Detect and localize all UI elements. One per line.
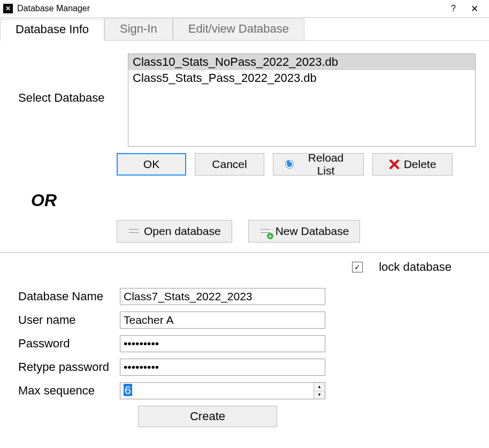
retype-password-field[interactable] [120,359,325,376]
delete-label: Delete [404,158,437,171]
tab-sign-in[interactable]: Sign-In [104,18,173,40]
new-database-button[interactable]: + New Database [248,220,361,242]
open-database-label: Open database [144,225,221,238]
select-database-label: Select Database [0,54,128,105]
list-item[interactable]: Class10_Stats_NoPass_2022_2023.db [128,54,475,70]
retype-password-label: Retype password [0,360,120,374]
reload-icon [284,159,295,170]
database-list[interactable]: Class10_Stats_NoPass_2022_2023.db Class5… [128,54,476,147]
reload-label: Reload List [299,151,353,177]
database-icon [128,225,140,238]
lock-database-checkbox[interactable]: ✓ [352,262,363,272]
stepper-up-icon[interactable]: ▲ [314,383,325,391]
password-field[interactable] [120,335,325,352]
open-database-button[interactable]: Open database [117,220,232,242]
max-sequence-stepper[interactable]: 6 ▲ ▼ [120,382,325,399]
database-add-icon: + [259,225,271,238]
database-name-field[interactable] [120,288,325,305]
close-button[interactable]: ✕ [463,3,486,14]
cancel-button[interactable]: Cancel [195,153,264,176]
app-icon: ✕ [3,4,13,13]
delete-icon [389,159,400,170]
help-button[interactable]: ? [444,4,463,13]
or-label: OR [31,191,489,210]
stepper-down-icon[interactable]: ▼ [314,391,325,399]
ok-button[interactable]: OK [117,153,186,176]
reload-list-button[interactable]: Reload List [273,153,364,176]
max-sequence-value: 6 [124,384,132,396]
tab-database-info[interactable]: Database Info [0,19,104,41]
lock-database-label: lock database [379,260,452,274]
tab-edit-view-db[interactable]: Edit/view Database [173,18,304,40]
divider [0,252,489,253]
username-field[interactable] [120,312,325,329]
new-database-label: New Database [276,225,349,238]
delete-button[interactable]: Delete [372,153,453,176]
list-item[interactable]: Class5_Stats_Pass_2022_2023.db [128,70,475,86]
username-label: User name [0,313,120,327]
create-button[interactable]: Create [138,406,277,427]
max-sequence-label: Max sequence [0,384,120,398]
window-title: Database Manager [17,4,444,13]
database-name-label: Database Name [0,290,120,303]
password-label: Password [0,337,120,351]
